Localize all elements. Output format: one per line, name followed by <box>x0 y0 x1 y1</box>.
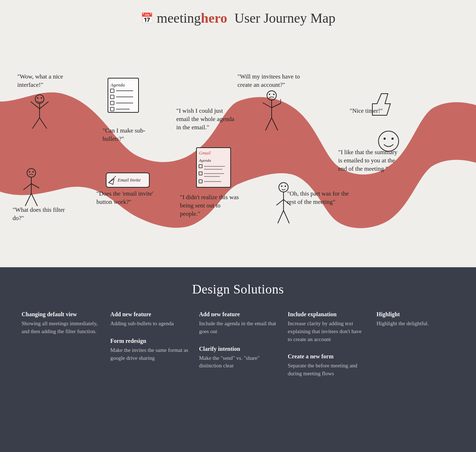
sol-section-add-feature-2: Add new feature Include the agenda in th… <box>199 311 277 336</box>
sol-text-2a: Adding sub-bullets to agenda <box>110 320 189 328</box>
svg-point-41 <box>267 91 276 100</box>
sol-heading-3a: Add new feature <box>199 311 277 318</box>
figure-worried <box>259 89 284 136</box>
design-solutions-section: Design Solutions Changing default view S… <box>0 267 476 452</box>
solutions-grid: Changing default view Showing all meetin… <box>22 311 454 388</box>
svg-point-57 <box>285 185 286 187</box>
quote-5: "I wish I could just email the whole age… <box>176 107 237 132</box>
sol-section-explanation: Include explanation Increase clarity by … <box>288 311 366 343</box>
sol-section-new-form: Create a new form Separate the before me… <box>288 353 366 378</box>
svg-text:Gmail: Gmail <box>199 150 211 156</box>
svg-line-4 <box>32 118 40 129</box>
sol-text-5: Highlight the delightful. <box>376 320 454 328</box>
brand-name: meetinghero <box>157 10 227 26</box>
svg-point-14 <box>29 171 30 173</box>
agenda-sketch: Agenda <box>106 76 142 116</box>
sol-text-2b: Make the invites the same format as goog… <box>110 346 189 362</box>
svg-point-48 <box>273 94 275 95</box>
sol-text-1: Showing all meetings immediately, and th… <box>22 320 100 336</box>
page-header: 📅 meetinghero User Journey Map <box>0 0 476 30</box>
solutions-title: Design Solutions <box>22 282 454 297</box>
svg-text:Email Invite: Email Invite <box>117 177 141 183</box>
logo-icon: 📅 <box>141 12 153 24</box>
svg-line-46 <box>272 118 278 130</box>
page-subtitle: User Journey Map <box>234 10 335 26</box>
sol-text-4b: Separate the before meeting and during m… <box>288 362 366 378</box>
sol-text-3b: Make the "send" vs. "share" distinction … <box>199 354 277 370</box>
svg-line-12 <box>25 193 31 206</box>
svg-point-8 <box>27 169 36 177</box>
svg-line-52 <box>276 200 284 205</box>
sol-text-4a: Increase clarity by adding text explaini… <box>288 320 366 343</box>
quote-1: "Wow, what a nice interface!" <box>17 73 77 89</box>
svg-line-13 <box>31 193 37 206</box>
svg-point-7 <box>41 97 42 99</box>
sol-heading-4b: Create a new form <box>288 353 366 360</box>
svg-text:Agenda: Agenda <box>199 158 211 162</box>
gmail-agenda-sketch: Gmail Agenda <box>195 147 233 190</box>
brand-bold: hero <box>201 10 227 26</box>
sol-heading-2a: Add new feature <box>110 311 189 318</box>
sol-section-add-feature-1: Add new feature Adding sub-bullets to ag… <box>110 311 189 328</box>
svg-line-10 <box>23 184 31 190</box>
quote-2: "What does this filter do?" <box>13 206 70 223</box>
figure-confused <box>20 166 43 210</box>
sol-section-highlight: Highlight Highlight the delightful. <box>376 311 454 328</box>
figure-excited <box>27 93 52 132</box>
svg-line-5 <box>40 118 47 129</box>
solutions-col-3: Add new feature Include the agenda in th… <box>199 311 277 388</box>
solutions-col-2: Add new feature Adding sub-bullets to ag… <box>110 311 189 388</box>
email-invite-sketch: Email Invite <box>105 172 152 190</box>
sol-section-form-redesign: Form redesign Make the invites the same … <box>110 338 189 362</box>
svg-point-47 <box>269 94 270 95</box>
solutions-col-4: Include explanation Increase clarity by … <box>288 311 366 388</box>
svg-line-54 <box>278 210 284 223</box>
quote-9: "Nice timer!" <box>350 107 383 115</box>
quote-6: "I didn't realize this was being sent ou… <box>180 193 241 218</box>
svg-line-55 <box>284 210 289 223</box>
sol-section-changing-default: Changing default view Showing all meetin… <box>22 311 100 336</box>
quote-10: "I like that the summary is emailed to y… <box>338 148 403 173</box>
quote-4: "Does the 'email invite' button work?" <box>96 190 167 206</box>
svg-point-15 <box>32 171 34 173</box>
svg-point-60 <box>391 138 394 140</box>
quote-3: "Can I make sub-bullets?" <box>103 127 166 143</box>
solutions-col-5: Highlight Highlight the delightful. <box>376 311 454 388</box>
sol-heading-4a: Include explanation <box>288 311 366 318</box>
svg-line-3 <box>40 102 49 109</box>
svg-line-43 <box>263 103 272 108</box>
snake-path-svg <box>0 30 476 267</box>
journey-map: Agenda Email Invite Gmail Agenda <box>0 30 476 267</box>
svg-point-59 <box>384 138 386 140</box>
sol-text-3a: Include the agenda in the email that goe… <box>199 320 277 336</box>
svg-line-2 <box>31 102 40 109</box>
svg-point-6 <box>37 97 38 99</box>
svg-line-45 <box>266 118 272 130</box>
sol-heading-5: Highlight <box>376 311 454 318</box>
svg-line-44 <box>272 103 281 108</box>
sol-heading-2b: Form redesign <box>110 338 189 344</box>
solutions-col-1: Changing default view Showing all meetin… <box>22 311 100 388</box>
svg-text:Agenda: Agenda <box>110 82 125 88</box>
sol-heading-1: Changing default view <box>22 311 100 318</box>
sol-section-clarify: Clarify intention Make the "send" vs. "s… <box>199 346 277 370</box>
quote-8: "Oh, this part was for the rest of the m… <box>287 190 354 206</box>
brand-normal: meeting <box>157 10 201 26</box>
sol-heading-3b: Clarify intention <box>199 346 277 352</box>
quote-7: "Will my invitees have to create an acco… <box>237 73 308 89</box>
svg-line-11 <box>31 184 39 188</box>
svg-point-56 <box>281 185 282 187</box>
